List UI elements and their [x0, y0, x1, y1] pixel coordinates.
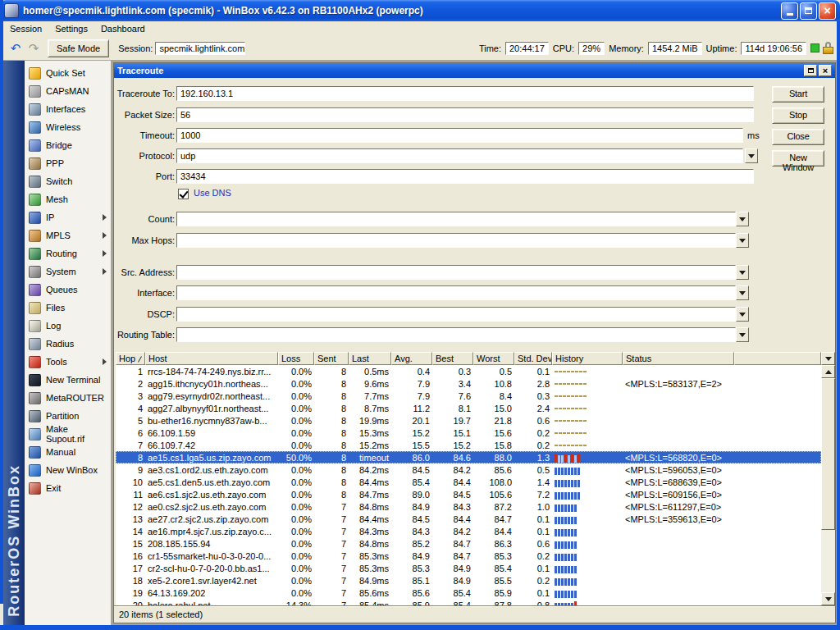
column-header-sent[interactable]: Sent	[314, 352, 349, 365]
field-dropdown-button-count[interactable]	[736, 212, 749, 226]
safe-mode-button[interactable]: Safe Mode	[48, 39, 109, 57]
sidebar-item-mpls[interactable]: MPLS	[25, 226, 111, 244]
field-dscp[interactable]	[176, 307, 736, 322]
scrollbar-thumb[interactable]	[821, 378, 835, 530]
column-header-hop[interactable]: Hop	[116, 352, 145, 365]
field-port[interactable]: 33434	[176, 169, 754, 184]
stop-button[interactable]: Stop	[772, 107, 824, 124]
cell-last: 19.9ms	[349, 416, 391, 426]
sidebar-item-tools[interactable]: Tools	[25, 353, 111, 371]
table-row-hop-17[interactable]: 17cr2-scl-hu-0-7-0-20-0.bb.as1...0.0%785…	[116, 562, 821, 574]
sidebar-item-radius[interactable]: Radius	[25, 335, 111, 353]
table-row-hop-1[interactable]: 1rrcs-184-74-74-249.nys.biz.rr...0.0%80.…	[116, 365, 821, 377]
table-row-hop-9[interactable]: 9ae3.cs1.ord2.us.eth.zayo.com0.0%884.2ms…	[116, 463, 821, 476]
table-row-hop-4[interactable]: 4agg27.albynyyf01r.northeast...0.0%88.7m…	[116, 402, 821, 414]
use-dns-label[interactable]: Use DNS	[194, 188, 231, 198]
sidebar-item-routing[interactable]: Routing	[25, 244, 111, 262]
sidebar-item-ppp[interactable]: PPP	[25, 154, 111, 172]
undo-button[interactable]: ↶	[7, 39, 25, 57]
field-protocol[interactable]: udp	[176, 148, 743, 163]
sidebar-item-capsman[interactable]: CAPsMAN	[25, 82, 111, 100]
sidebar-item-log[interactable]: Log	[25, 317, 111, 335]
cell-loss: 0.0%	[278, 428, 314, 438]
menu-dashboard[interactable]: Dashboard	[94, 22, 152, 35]
traceroute-titlebar[interactable]: Traceroute ×	[114, 63, 835, 78]
traceroute-maximize-button[interactable]	[804, 65, 817, 76]
sidebar-item-make-supout-rif[interactable]: Make Supout.rif	[25, 425, 111, 443]
field-src-address[interactable]	[176, 265, 736, 280]
sidebar-item-new-terminal[interactable]: New Terminal	[25, 371, 111, 389]
column-header-best[interactable]: Best	[432, 352, 473, 365]
sidebar-item-interfaces[interactable]: Interfaces	[25, 100, 111, 118]
field-max-hops[interactable]	[176, 233, 736, 248]
menu-session[interactable]: Session	[3, 22, 48, 35]
field-dropdown-button-routing-table[interactable]	[736, 327, 749, 342]
table-row-hop-16[interactable]: 16cr1-55smarket-hu-0-3-0-20-0...0.0%785.…	[116, 550, 821, 562]
table-row-hop-15[interactable]: 15208.185.155.940.0%784.8ms85.284.786.30…	[116, 537, 821, 550]
table-row-hop-14[interactable]: 14ae16.mpr4.sjc7.us.zip.zayo.c...0.0%784…	[116, 525, 821, 537]
cell-host: ae16.mpr4.sjc7.us.zip.zayo.c...	[145, 527, 278, 536]
sidebar-item-exit[interactable]: Exit	[25, 479, 111, 497]
field-dropdown-button-dscp[interactable]	[736, 307, 749, 322]
column-header-std-dev[interactable]: Std. Dev.	[514, 352, 552, 365]
table-row-hop-3[interactable]: 3agg79.esyrnydr02r.northeast...0.0%87.7m…	[116, 390, 821, 402]
table-row-hop-11[interactable]: 11ae6.cs1.sjc2.us.eth.zayo.com0.0%884.7m…	[116, 488, 821, 500]
close-button[interactable]: Close	[772, 129, 824, 145]
scroll-up-button[interactable]	[821, 365, 835, 378]
sidebar-item-queues[interactable]: Queues	[25, 281, 111, 299]
sidebar-item-system[interactable]: System	[25, 262, 111, 281]
sidebar-item-metarouter[interactable]: MetaROUTER	[25, 389, 111, 407]
table-row-hop-18[interactable]: 18xe5-2.core1.svr.layer42.net0.0%784.9ms…	[116, 574, 821, 587]
start-button[interactable]: Start	[772, 86, 824, 103]
table-row-hop-6[interactable]: 666.109.1.590.0%815.3ms15.215.115.60.2	[116, 427, 821, 439]
session-input[interactable]: specmik.lightlink.com	[155, 42, 245, 55]
sidebar-item-bridge[interactable]: Bridge	[25, 136, 111, 154]
column-header-history[interactable]: History	[552, 352, 623, 365]
sidebar-item-quick-set[interactable]: Quick Set	[25, 64, 111, 82]
window-titlebar[interactable]: homer@specmik.lightlink.com (specmik) - …	[0, 0, 840, 21]
field-dropdown-button-src-address[interactable]	[736, 265, 749, 280]
sidebar-item-manual[interactable]: Manual	[25, 443, 111, 461]
table-row-hop-2[interactable]: 2agg15.ithcnycy01h.northeas...0.0%89.6ms…	[116, 377, 821, 390]
redo-button[interactable]: ↷	[25, 39, 43, 57]
table-row-hop-8[interactable]: 8ae15.cs1.lga5.us.zip.zayo.com50.0%8time…	[116, 451, 821, 463]
column-header-status[interactable]: Status	[623, 352, 734, 365]
sidebar-item-switch[interactable]: Switch	[25, 172, 111, 190]
menu-settings[interactable]: Settings	[48, 22, 94, 35]
table-row-hop-20[interactable]: 20bolero.rahul.net14.3%785.4ms85.985.487…	[116, 599, 821, 605]
column-header-host[interactable]: Host	[145, 352, 278, 365]
field-interface[interactable]	[176, 285, 736, 300]
sidebar-item-new-winbox[interactable]: New WinBox	[25, 461, 111, 479]
field-traceroute-to[interactable]: 192.160.13.1	[176, 86, 754, 101]
maximize-button[interactable]	[800, 2, 817, 20]
sidebar-item-files[interactable]: Files	[25, 299, 111, 317]
column-header-worst[interactable]: Worst	[473, 352, 514, 365]
sidebar-item-ip[interactable]: IP	[25, 208, 111, 226]
field-timeout[interactable]: 1000	[176, 128, 743, 143]
scroll-down-button[interactable]	[821, 592, 835, 605]
traceroute-close-button[interactable]: ×	[819, 65, 832, 76]
field-dropdown-button-max-hops[interactable]	[736, 233, 749, 248]
column-select-button[interactable]	[821, 352, 835, 365]
sidebar-item-partition[interactable]: Partition	[25, 407, 111, 425]
minimize-button[interactable]	[781, 2, 798, 20]
column-header-avg[interactable]: Avg.	[391, 352, 432, 365]
column-header-loss[interactable]: Loss	[278, 352, 314, 365]
table-row-hop-19[interactable]: 1964.13.169.2020.0%785.6ms85.685.485.90.…	[116, 587, 821, 599]
close-button[interactable]: ×	[819, 2, 836, 20]
table-row-hop-12[interactable]: 12ae0.cs2.sjc2.us.eth.zayo.com0.0%784.8m…	[116, 500, 821, 513]
table-row-hop-7[interactable]: 766.109.7.420.0%815.2ms15.515.215.80.2	[116, 439, 821, 451]
sidebar-item-wireless[interactable]: Wireless	[25, 118, 111, 136]
table-row-hop-13[interactable]: 13ae27.cr2.sjc2.us.zip.zayo.com0.0%784.4…	[116, 513, 821, 525]
field-dropdown-button-interface[interactable]	[736, 285, 749, 300]
sidebar-item-mesh[interactable]: Mesh	[25, 190, 111, 208]
field-routing-table[interactable]	[176, 327, 736, 342]
field-packet-size[interactable]: 56	[176, 107, 754, 122]
use-dns-checkbox[interactable]	[178, 189, 189, 199]
table-row-hop-10[interactable]: 10ae5.cs1.den5.us.eth.zayo.com0.0%884.4m…	[116, 476, 821, 488]
field-count[interactable]	[176, 212, 736, 226]
new-window-button[interactable]: New Window	[772, 150, 824, 167]
field-dropdown-button-protocol[interactable]	[745, 148, 758, 163]
table-row-hop-5[interactable]: 5bu-ether16.nycmny837aw-b...0.0%819.9ms2…	[116, 414, 821, 427]
column-header-last[interactable]: Last	[349, 352, 391, 365]
